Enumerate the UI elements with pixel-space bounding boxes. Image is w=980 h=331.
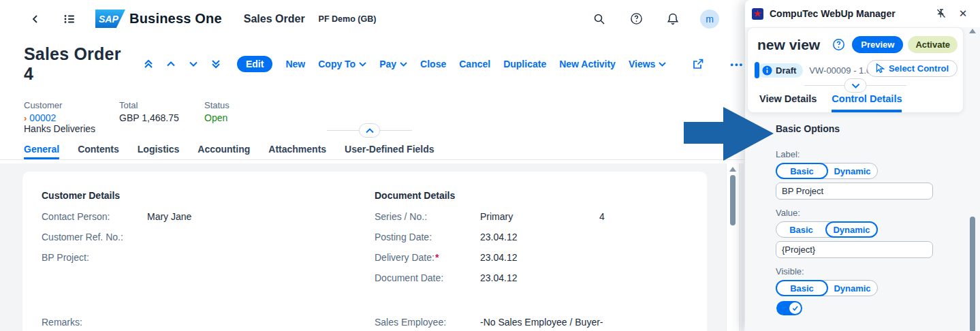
visible-mode-basic[interactable]: Basic: [776, 280, 828, 296]
field-value: Primary: [480, 211, 599, 222]
view-card: new view Preview Activate Draft VW-00009…: [747, 27, 964, 113]
select-control-label: Select Control: [889, 63, 949, 74]
select-control-button[interactable]: Select Control: [867, 60, 958, 77]
help-icon[interactable]: [627, 10, 646, 29]
field-bp-project: BP Project:: [42, 252, 147, 263]
scroll-up-icon[interactable]: [729, 167, 736, 172]
value-mode-dynamic[interactable]: Dynamic: [825, 221, 878, 238]
label-input[interactable]: [776, 183, 933, 200]
copy-to-button[interactable]: Copy To: [318, 59, 366, 69]
customer-id-link[interactable]: 00002: [29, 112, 56, 123]
chevron-down-icon: [359, 62, 366, 67]
field-label: Series / No.:: [375, 211, 480, 222]
panel-titlebar: CompuTec WebUp Manager ✕: [745, 0, 980, 27]
previous-record-icon[interactable]: [165, 58, 177, 70]
sap-logo-text: SAP: [99, 14, 118, 25]
field-label: Customer Ref. No.:: [42, 232, 147, 242]
cursor-icon: [876, 63, 885, 74]
chevron-down-icon: [400, 62, 407, 67]
field-label: Sales Employee:: [375, 317, 480, 328]
main-scrollbar[interactable]: [726, 163, 740, 331]
view-name: new view: [757, 37, 820, 53]
close-button[interactable]: Close: [420, 59, 446, 69]
avatar[interactable]: m: [700, 10, 719, 29]
new-button[interactable]: New: [285, 59, 305, 69]
status-badge: Draft: [757, 63, 803, 78]
field-label: Contact Person:: [42, 211, 147, 222]
back-icon[interactable]: [26, 10, 45, 29]
top-header: SAP Business One Sales Order PF Demo (GB…: [0, 0, 744, 37]
main-scrollbar-thumb[interactable]: [730, 175, 736, 225]
label-mode-basic[interactable]: Basic: [776, 163, 828, 179]
view-card-header: new view Preview Activate: [757, 36, 958, 53]
tab-accounting[interactable]: Accounting: [197, 144, 250, 159]
panel-scrollbar[interactable]: [968, 29, 978, 331]
cancel-button[interactable]: Cancel: [459, 59, 490, 69]
field-series-no: Series / No.: Primary 4: [375, 211, 605, 222]
value-mode-basic[interactable]: Basic: [776, 222, 826, 237]
share-icon[interactable]: [692, 58, 704, 70]
scroll-up-icon[interactable]: [969, 29, 976, 33]
search-icon[interactable]: [590, 10, 609, 29]
list-icon[interactable]: [60, 10, 79, 29]
panel-tabs: View Details Control Details: [759, 93, 902, 112]
last-record-icon[interactable]: [210, 58, 222, 70]
header-actions: m: [590, 10, 719, 29]
page-title: Sales Order: [244, 13, 305, 25]
tab-general[interactable]: General: [24, 144, 59, 159]
views-button[interactable]: Views: [629, 59, 666, 69]
pay-button[interactable]: Pay: [379, 59, 407, 69]
tab-logistics[interactable]: Logistics: [138, 144, 179, 159]
panel-title: CompuTec WebUp Manager: [770, 8, 896, 19]
collapse-card-icon[interactable]: [844, 78, 867, 93]
tab-control-details[interactable]: Control Details: [832, 93, 902, 112]
field-sales-employee: Sales Employee: -No Sales Employee / Buy…: [375, 317, 603, 328]
total-value: GBP 1,468.75: [119, 112, 204, 123]
field-value: 23.04.12: [480, 252, 518, 263]
close-panel-icon[interactable]: ✕: [955, 6, 970, 21]
header-collapse: [327, 123, 412, 138]
summary-status: Status Open: [204, 100, 230, 134]
general-tab-content: Customer Details Contact Person: Mary Ja…: [0, 163, 744, 331]
tab-contents[interactable]: Contents: [78, 144, 119, 159]
unpin-icon[interactable]: [934, 6, 949, 21]
collapse-header-icon[interactable]: [359, 123, 380, 138]
label-mode-dynamic[interactable]: Dynamic: [827, 163, 877, 178]
overflow-menu-icon[interactable]: •••: [730, 59, 744, 69]
next-record-icon[interactable]: [187, 58, 200, 70]
value-mode-segmented: Basic Dynamic: [776, 221, 878, 238]
summary-total: Total GBP 1,468.75: [119, 100, 204, 134]
edit-button[interactable]: Edit: [237, 56, 272, 72]
basic-options-heading: Basic Options: [776, 123, 840, 134]
visible-mode-dynamic[interactable]: Dynamic: [827, 281, 877, 296]
details-card: Customer Details Contact Person: Mary Ja…: [22, 172, 707, 331]
tab-user-defined-fields[interactable]: User-Defined Fields: [345, 144, 434, 159]
status-badge-label: Draft: [776, 65, 796, 76]
link-arrow-icon: ›: [24, 113, 27, 123]
field-value: -No Sales Employee / Buyer-: [480, 317, 603, 328]
notifications-bell-icon[interactable]: [663, 10, 682, 29]
new-activity-button[interactable]: New Activity: [559, 59, 616, 69]
computec-logo: [752, 8, 763, 20]
sap-logo: SAP: [95, 10, 125, 28]
panel-scrollbar-thumb[interactable]: [970, 217, 975, 331]
document-details-heading: Document Details: [375, 190, 455, 201]
activate-button[interactable]: Activate: [908, 36, 958, 53]
tab-view-details[interactable]: View Details: [759, 93, 817, 112]
view-help-icon[interactable]: [832, 38, 845, 51]
visible-toggle[interactable]: [776, 301, 802, 315]
tab-attachments[interactable]: Attachments: [268, 144, 326, 159]
customer-details-heading: Customer Details: [42, 190, 120, 201]
first-record-icon[interactable]: [142, 58, 155, 70]
preview-button[interactable]: Preview: [852, 36, 903, 53]
record-navigation: [142, 58, 222, 70]
control-details-content: Basic Options Label: Basic Dynamic Value…: [745, 113, 966, 331]
status-accent-bar: [755, 62, 759, 78]
view-status-row: Draft VW-00009 - 1.0.0 Select Control: [755, 62, 959, 78]
value-input[interactable]: [776, 241, 933, 258]
chevron-down-icon: [659, 62, 666, 67]
field-document-date: Document Date: 23.04.12: [375, 272, 518, 283]
field-value: 23.04.12: [480, 272, 518, 283]
duplicate-button[interactable]: Duplicate: [503, 59, 546, 69]
field-contact-person: Contact Person: Mary Jane: [42, 211, 191, 222]
